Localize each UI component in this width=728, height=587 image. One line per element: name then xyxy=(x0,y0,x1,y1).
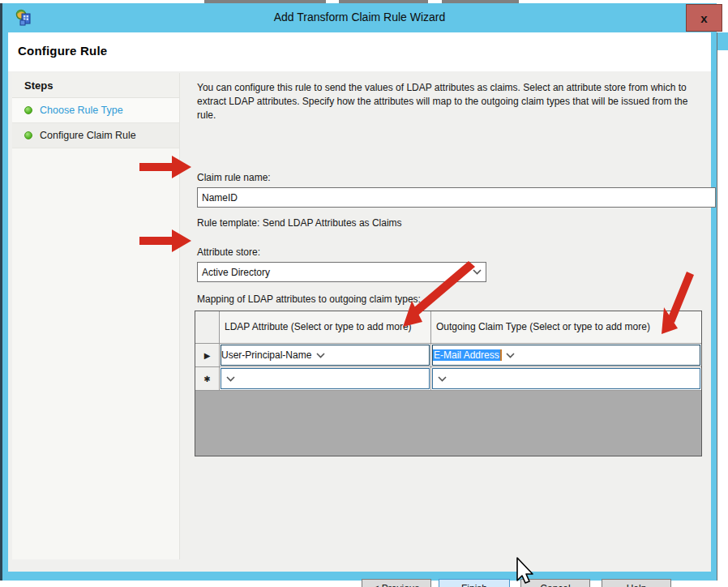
window-title: Add Transform Claim Rule Wizard xyxy=(2,11,717,24)
previous-button[interactable]: < Previous xyxy=(362,579,431,587)
chevron-down-icon[interactable] xyxy=(311,353,329,358)
claim-rule-name-input[interactable] xyxy=(197,187,716,208)
mapping-table: LDAP Attribute (Select or type to add mo… xyxy=(195,311,702,456)
step-label: Choose Rule Type xyxy=(40,105,123,116)
ldap-attribute-cell: User-Principal-Name xyxy=(220,344,431,366)
page-title: Configure Rule xyxy=(18,44,107,58)
ldap-attribute-cell xyxy=(220,367,431,390)
steps-sidebar: Steps Choose Rule Type Configure Claim R… xyxy=(12,73,180,559)
chevron-down-icon[interactable] xyxy=(221,376,239,382)
content-area: Steps Choose Rule Type Configure Claim R… xyxy=(8,71,711,572)
screenshot-root: Add Transform Claim Rule Wizard x Config… xyxy=(0,0,728,587)
claim-rule-name-label: Claim rule name: xyxy=(197,172,271,183)
attribute-store-label: Attribute store: xyxy=(197,246,260,258)
close-button[interactable]: x xyxy=(686,4,722,32)
sidebar-item-configure-claim-rule[interactable]: Configure Claim Rule xyxy=(12,123,179,148)
outgoing-claim-type-cell xyxy=(431,367,701,390)
wizard-dialog: Add Transform Claim Rule Wizard x Config… xyxy=(2,3,717,581)
outgoing-claim-type-column-header: Outgoing Claim Type (Select or type to a… xyxy=(431,311,701,343)
outgoing-claim-type-cell: E-Mail Address xyxy=(431,344,701,366)
ldap-attribute-dropdown[interactable]: User-Principal-Name xyxy=(221,345,430,366)
steps-header: Steps xyxy=(12,73,179,98)
mapping-table-header: LDAP Attribute (Select or type to add mo… xyxy=(195,311,701,344)
outgoing-claim-type-dropdown[interactable]: E-Mail Address xyxy=(432,345,700,366)
chevron-down-icon[interactable] xyxy=(502,353,520,358)
row-marker-header xyxy=(195,311,220,343)
ldap-attribute-column-header: LDAP Attribute (Select or type to add mo… xyxy=(220,311,431,343)
background-window-edge xyxy=(717,32,728,50)
rule-template-label: Rule template: Send LDAP Attributes as C… xyxy=(197,217,402,229)
sidebar-item-choose-rule-type[interactable]: Choose Rule Type xyxy=(12,98,179,123)
table-row: ▶ User-Principal-Name xyxy=(195,344,701,367)
help-button[interactable]: Help xyxy=(602,579,671,587)
step-done-icon xyxy=(24,106,32,114)
step-label: Configure Claim Rule xyxy=(40,130,136,141)
cancel-button[interactable]: Cancel xyxy=(520,579,590,587)
attribute-store-value: Active Directory xyxy=(198,267,468,278)
current-row-marker-icon: ▶ xyxy=(195,344,220,366)
finish-button[interactable]: Finish xyxy=(439,579,510,587)
step-done-icon xyxy=(24,131,32,139)
table-empty-area xyxy=(195,391,701,456)
chevron-down-icon[interactable] xyxy=(433,376,451,382)
titlebar[interactable]: Add Transform Claim Rule Wizard x xyxy=(2,3,717,32)
selected-text: E-Mail Address xyxy=(433,349,500,361)
outgoing-claim-type-value: E-Mail Address xyxy=(433,349,502,362)
chevron-down-icon[interactable] xyxy=(468,269,486,275)
new-row-marker-icon: ✱ xyxy=(195,367,220,390)
main-pane: You can configure this rule to send the … xyxy=(188,71,711,572)
page-header: Configure Rule xyxy=(8,32,711,71)
rule-description: You can configure this rule to send the … xyxy=(197,81,709,122)
dialog-body: Configure Rule Steps Choose Rule Type Co… xyxy=(2,32,717,581)
attribute-store-combobox[interactable]: Active Directory xyxy=(197,262,486,282)
outgoing-claim-type-dropdown-empty[interactable] xyxy=(432,368,700,389)
ldap-attribute-value: User-Principal-Name xyxy=(221,349,311,361)
ldap-attribute-dropdown-empty[interactable] xyxy=(221,368,430,389)
mapping-label: Mapping of LDAP attributes to outgoing c… xyxy=(197,294,421,305)
table-row-new: ✱ xyxy=(195,367,701,391)
